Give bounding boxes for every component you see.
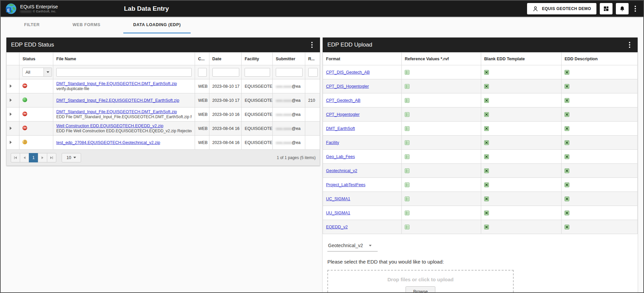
expand-row-icon[interactable]	[10, 141, 12, 144]
browse-button[interactable]: Browse	[405, 286, 435, 293]
format-link[interactable]: UU_SIGMA1	[326, 211, 398, 215]
expand-row-icon[interactable]	[10, 127, 12, 130]
col-file-name[interactable]: File Name	[53, 53, 195, 65]
rvf-table-icon[interactable]	[405, 168, 409, 173]
excel-file-icon[interactable]	[484, 126, 489, 131]
expand-row-icon[interactable]	[10, 84, 12, 88]
next-page-button[interactable]	[38, 153, 47, 162]
col-facility[interactable]: Facility	[242, 53, 273, 65]
edd-file-link[interactable]: test_edp_27084.EQUISGEOTECH.Geotechnical…	[56, 140, 192, 145]
excel-file-icon[interactable]	[484, 140, 489, 145]
excel-file-icon[interactable]	[565, 98, 569, 102]
format-link[interactable]: EQEDD_v2	[326, 225, 398, 229]
last-page-button[interactable]	[47, 153, 56, 162]
rvf-table-icon[interactable]	[405, 84, 409, 88]
excel-file-icon[interactable]	[565, 154, 569, 159]
col-blank-edd-template: Blank EDD Template	[481, 53, 562, 65]
rvf-table-icon[interactable]	[405, 182, 409, 187]
excel-file-icon[interactable]	[565, 210, 569, 215]
excel-file-icon[interactable]	[484, 196, 489, 201]
facility-filter-input[interactable]	[245, 68, 270, 77]
prev-page-button[interactable]	[20, 153, 29, 162]
excel-file-icon[interactable]	[565, 182, 569, 187]
page-size-select[interactable]: 10	[62, 153, 81, 162]
excel-file-icon[interactable]	[565, 126, 569, 131]
rvf-table-icon[interactable]	[405, 112, 409, 117]
col-format: Format	[323, 53, 402, 65]
excel-file-icon[interactable]	[565, 112, 569, 117]
excel-file-icon[interactable]	[484, 98, 489, 102]
edd-file-link[interactable]: DMT_Standard_Input_File.EQUISGEOTECH.DMT…	[56, 81, 192, 86]
excel-file-icon[interactable]	[484, 154, 489, 159]
excel-file-icon[interactable]	[484, 182, 489, 187]
format-link[interactable]: Project_LabTestFees	[326, 182, 398, 187]
format-link[interactable]: CPT_Geotech_AB	[326, 98, 398, 103]
format-link[interactable]: CPT_DIS_Geotech_AB	[326, 70, 398, 75]
excel-file-icon[interactable]	[565, 70, 569, 74]
excel-file-icon[interactable]	[565, 140, 569, 145]
rvf-table-icon[interactable]	[405, 126, 409, 131]
upload-panel-kebab-menu[interactable]	[626, 39, 633, 51]
r-filter-input[interactable]	[308, 68, 318, 77]
tab-filter[interactable]: FILTER	[14, 17, 50, 33]
format-link[interactable]: CPT_DIS_Hogentogler	[326, 84, 398, 89]
edd-file-link[interactable]: Well Construction EDD.EQUISGEOTECH.EQEDD…	[56, 124, 192, 128]
col-c[interactable]: C...	[195, 53, 209, 65]
col-date[interactable]: Date	[209, 53, 242, 65]
col-r[interactable]: R...	[305, 53, 320, 65]
rvf-table-icon[interactable]	[405, 196, 409, 201]
rvf-table-icon[interactable]	[405, 98, 409, 102]
edd-file-link[interactable]: DMT_Standard_Input_File2.EQUISGEOTECH.DM…	[56, 98, 192, 103]
format-link[interactable]: UC_SIGMA1	[326, 197, 398, 201]
excel-file-icon[interactable]	[484, 210, 489, 215]
expand-row-icon[interactable]	[10, 113, 12, 116]
file-name-filter-input[interactable]	[56, 68, 192, 77]
cell-r	[305, 136, 320, 150]
col-submitter[interactable]: Submitter	[272, 53, 305, 65]
person-icon	[532, 6, 538, 12]
excel-file-icon[interactable]	[484, 70, 489, 74]
topbar-kebab-menu[interactable]	[632, 3, 639, 14]
status-panel-kebab-menu[interactable]	[309, 39, 315, 51]
status-filter-select[interactable]: All	[22, 68, 52, 77]
file-dropzone[interactable]: Drop files or click to upload Browse	[327, 270, 514, 293]
edd-upload-row: EQEDD_v2	[323, 220, 638, 234]
dashboards-button[interactable]	[600, 3, 613, 14]
date-filter-input[interactable]	[212, 68, 239, 77]
excel-file-icon[interactable]	[565, 224, 569, 229]
edd-file-link[interactable]: DMT_Standard_Input_File.EQUISGEOTECH.DMT…	[56, 109, 192, 114]
excel-file-icon[interactable]	[565, 168, 569, 173]
submitter-filter-input[interactable]	[276, 68, 303, 77]
rvf-table-icon[interactable]	[405, 210, 409, 215]
excel-file-icon[interactable]	[484, 224, 489, 229]
rvf-table-icon[interactable]	[405, 140, 409, 145]
tab-data-loading-edp[interactable]: DATA LOADING (EDP)	[123, 17, 191, 33]
format-link[interactable]: Geotechnical_v2	[326, 168, 398, 173]
format-link[interactable]: DMT_EarthSoft	[326, 126, 398, 131]
page-number-button[interactable]: 1	[29, 153, 38, 162]
format-link[interactable]: CPT_Hogentogler	[326, 112, 398, 117]
expand-row-icon[interactable]	[10, 98, 12, 102]
col-status[interactable]: Status	[19, 53, 53, 65]
tab-web-forms[interactable]: WEB FORMS	[62, 17, 110, 33]
format-select-dropdown[interactable]: Geotechnical_v2	[327, 241, 378, 251]
user-menu-button[interactable]: EQUIS GEOTECH DEMO	[527, 3, 596, 14]
cell-date: 2023-08-10 16	[209, 107, 242, 122]
format-link[interactable]: Geo_Lab_Fees	[326, 154, 398, 159]
c-filter-input[interactable]	[198, 68, 207, 77]
excel-file-icon[interactable]	[565, 84, 569, 88]
format-link[interactable]: Facility	[326, 140, 398, 145]
excel-file-icon[interactable]	[484, 112, 489, 117]
first-page-button[interactable]	[11, 153, 20, 162]
submitter-redacted: xxxx.xxxxx	[276, 127, 292, 131]
excel-file-icon[interactable]	[484, 84, 489, 88]
excel-file-icon[interactable]	[565, 196, 569, 201]
edd-upload-row: Geo_Lab_Fees	[323, 150, 638, 164]
rvf-table-icon[interactable]	[405, 224, 409, 229]
rvf-table-icon[interactable]	[405, 70, 409, 74]
rvf-table-icon[interactable]	[405, 154, 409, 159]
notifications-button[interactable]	[616, 3, 629, 14]
app-name: EQuIS Enterprise	[20, 4, 58, 10]
status-rejected-icon	[22, 126, 27, 130]
excel-file-icon[interactable]	[484, 168, 489, 173]
